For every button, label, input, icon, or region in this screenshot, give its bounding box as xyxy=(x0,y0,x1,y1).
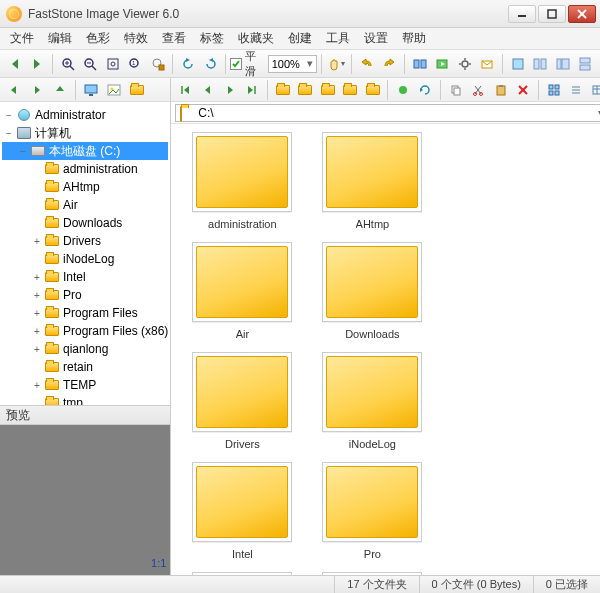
menu-settings[interactable]: 设置 xyxy=(358,28,394,49)
view-thumbs-icon[interactable] xyxy=(543,79,564,101)
tree-row[interactable]: iNodeLog xyxy=(2,250,168,268)
tree-row-computer[interactable]: −计算机 xyxy=(2,124,168,142)
thumbnail-item[interactable] xyxy=(187,572,297,575)
zoom-actual-button[interactable]: 1 xyxy=(124,53,145,75)
tree-row[interactable]: +Pro xyxy=(2,286,168,304)
tree-row[interactable]: AHtmp xyxy=(2,178,168,196)
hand-tool-button[interactable]: ▾ xyxy=(326,53,347,75)
svg-rect-41 xyxy=(85,85,97,93)
view-list-icon[interactable] xyxy=(565,79,586,101)
menu-effect[interactable]: 特效 xyxy=(118,28,154,49)
menu-view[interactable]: 查看 xyxy=(156,28,192,49)
nav-forward-button[interactable] xyxy=(26,53,47,75)
maximize-button[interactable] xyxy=(538,5,566,23)
menu-tools[interactable]: 工具 xyxy=(320,28,356,49)
folder-open-icon[interactable] xyxy=(272,79,293,101)
settings-button[interactable] xyxy=(454,53,475,75)
next-button[interactable] xyxy=(219,79,240,101)
thumbnail-grid[interactable]: administrationAHtmpAirDownloadsDriversiN… xyxy=(171,124,600,575)
rotate-right-button[interactable] xyxy=(200,53,221,75)
svg-marker-46 xyxy=(184,86,189,94)
path-input[interactable]: C:\ ▾ xyxy=(175,104,600,122)
zoom-out-button[interactable] xyxy=(79,53,100,75)
layout-1-button[interactable] xyxy=(529,53,550,75)
svg-rect-33 xyxy=(541,59,546,69)
pictures-icon[interactable] xyxy=(103,79,125,101)
compare-button[interactable] xyxy=(409,53,430,75)
menu-help[interactable]: 帮助 xyxy=(396,28,432,49)
desktop-icon[interactable] xyxy=(80,79,102,101)
layout-2-button[interactable] xyxy=(552,53,573,75)
right-toolbar: 图像 xyxy=(171,78,600,102)
tree-row[interactable]: retain xyxy=(2,358,168,376)
delete-icon[interactable] xyxy=(512,79,533,101)
folder-new-icon[interactable] xyxy=(317,79,338,101)
zoom-in-button[interactable] xyxy=(57,53,78,75)
thumbnail-item[interactable]: AHtmp xyxy=(317,132,427,230)
folder-tree[interactable]: −Administrator −计算机 −本地磁盘 (C:) administr… xyxy=(0,102,170,405)
redo-button[interactable] xyxy=(379,53,400,75)
close-button[interactable] xyxy=(568,5,596,23)
rotate-left-button[interactable] xyxy=(177,53,198,75)
thumbnail-item[interactable]: Drivers xyxy=(187,352,297,450)
first-button[interactable] xyxy=(174,79,195,101)
menu-tags[interactable]: 标签 xyxy=(194,28,230,49)
menu-edit[interactable]: 编辑 xyxy=(42,28,78,49)
last-button[interactable] xyxy=(242,79,263,101)
menu-create[interactable]: 创建 xyxy=(282,28,318,49)
menu-favorites[interactable]: 收藏夹 xyxy=(232,28,280,49)
tree-up-button[interactable] xyxy=(49,79,71,101)
prev-button[interactable] xyxy=(197,79,218,101)
svg-rect-18 xyxy=(159,65,164,70)
thumbnail-item[interactable]: iNodeLog xyxy=(317,352,427,450)
undo-button[interactable] xyxy=(356,53,377,75)
view-details-icon[interactable] xyxy=(588,79,600,101)
layout-3-button[interactable] xyxy=(574,53,595,75)
nav-back-button[interactable] xyxy=(4,53,25,75)
menu-file[interactable]: 文件 xyxy=(4,28,40,49)
svg-text:1: 1 xyxy=(132,60,136,66)
tag-green-icon[interactable] xyxy=(392,79,413,101)
thumbnail-item[interactable] xyxy=(317,572,427,575)
documents-icon[interactable] xyxy=(126,79,148,101)
folder-copy-icon[interactable] xyxy=(362,79,383,101)
slideshow-button[interactable] xyxy=(431,53,452,75)
thumbnail-item[interactable]: Air xyxy=(187,242,297,340)
thumbnail-item[interactable]: administration xyxy=(187,132,297,230)
lock-zoom-button[interactable] xyxy=(147,53,168,75)
refresh-icon[interactable] xyxy=(415,79,436,101)
menu-color[interactable]: 色彩 xyxy=(80,28,116,49)
tree-row[interactable]: +Drivers xyxy=(2,232,168,250)
zoom-fit-button[interactable] xyxy=(102,53,123,75)
folder-move-icon[interactable] xyxy=(339,79,360,101)
copy-icon[interactable] xyxy=(445,79,466,101)
minimize-button[interactable] xyxy=(508,5,536,23)
tree-row[interactable]: +Program Files xyxy=(2,304,168,322)
tree-next-button[interactable] xyxy=(26,79,48,101)
fullscreen-button[interactable] xyxy=(507,53,528,75)
zoom-level-input[interactable]: 100%▾ xyxy=(268,55,317,73)
tree-row[interactable]: +Program Files (x86) xyxy=(2,322,168,340)
tree-row[interactable]: Downloads xyxy=(2,214,168,232)
tree-row[interactable]: +Intel xyxy=(2,268,168,286)
paste-icon[interactable] xyxy=(490,79,511,101)
tree-row-admin[interactable]: −Administrator xyxy=(2,106,168,124)
folder-fav-icon[interactable] xyxy=(295,79,316,101)
smooth-checkbox[interactable] xyxy=(230,58,242,70)
email-button[interactable] xyxy=(476,53,497,75)
tree-row[interactable]: +qianlong xyxy=(2,340,168,358)
tree-row-disk-c[interactable]: −本地磁盘 (C:) xyxy=(2,142,168,160)
svg-rect-32 xyxy=(534,59,539,69)
thumbnail-item[interactable]: Pro xyxy=(317,462,427,560)
tree-row[interactable]: tmp xyxy=(2,394,168,405)
svg-line-11 xyxy=(92,66,96,70)
tree-row[interactable]: +TEMP xyxy=(2,376,168,394)
svg-line-7 xyxy=(70,66,74,70)
thumbnail-item[interactable]: Intel xyxy=(187,462,297,560)
tree-row[interactable]: Air xyxy=(2,196,168,214)
tree-prev-button[interactable] xyxy=(3,79,25,101)
thumbnail-item[interactable]: Downloads xyxy=(317,242,427,340)
tree-row[interactable]: administration xyxy=(2,160,168,178)
cut-icon[interactable] xyxy=(468,79,489,101)
svg-point-14 xyxy=(111,62,115,66)
